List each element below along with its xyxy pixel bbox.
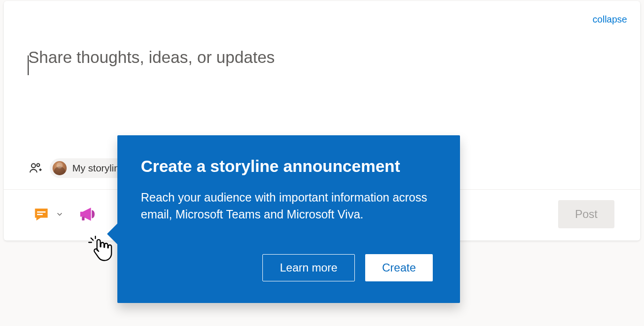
toolbar-left	[33, 204, 97, 224]
announcement-callout: Create a storyline announcement Reach yo…	[117, 135, 460, 303]
svg-rect-2	[37, 211, 46, 213]
text-caret	[28, 55, 29, 75]
svg-rect-4	[82, 217, 85, 220]
compose-input[interactable]	[28, 48, 616, 67]
callout-title: Create a storyline announcement	[141, 157, 433, 176]
post-type-picker[interactable]	[33, 206, 64, 223]
post-button[interactable]: Post	[558, 200, 614, 228]
announcement-button[interactable]	[77, 204, 97, 224]
svg-point-1	[37, 163, 39, 166]
compose-area	[4, 1, 640, 158]
callout-actions: Learn more Create	[141, 254, 433, 281]
collapse-link[interactable]: collapse	[593, 14, 627, 25]
callout-body: Reach your audience with important infor…	[141, 189, 433, 223]
chevron-down-icon	[55, 210, 64, 218]
discussion-icon	[33, 206, 50, 223]
avatar	[53, 161, 67, 175]
learn-more-button[interactable]: Learn more	[262, 254, 355, 281]
create-button[interactable]: Create	[365, 254, 433, 281]
svg-rect-3	[37, 214, 43, 215]
svg-point-0	[31, 163, 36, 168]
people-add-icon[interactable]	[28, 161, 43, 176]
